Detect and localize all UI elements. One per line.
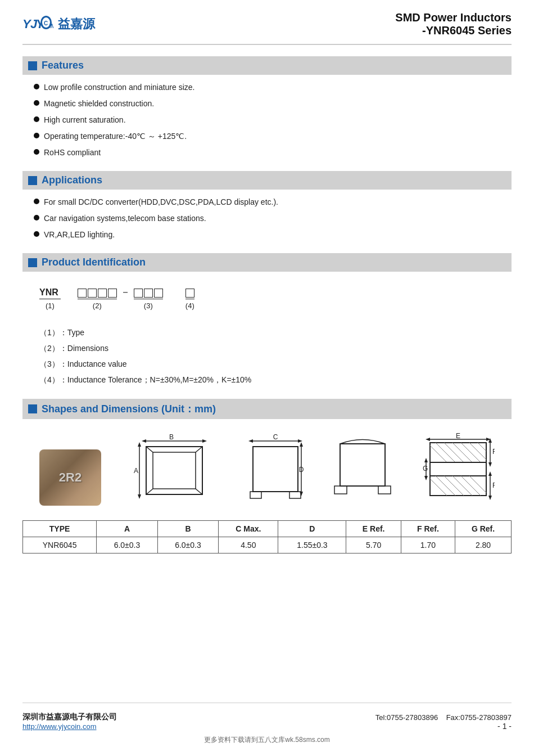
feature-item-5: RoHS compliant: [44, 147, 101, 159]
svg-rect-52: [430, 462, 486, 476]
svg-text:C: C: [273, 433, 278, 441]
feature-item-4: Operating temperature:-40℃ ～ +125℃.: [44, 130, 187, 142]
pid-num1: (1): [46, 302, 55, 310]
cell-d: 1.55±0.3: [278, 537, 346, 554]
feature-item-2: Magnetic shielded construction.: [44, 98, 154, 110]
svg-marker-66: [424, 458, 428, 462]
svg-text:G: G: [423, 465, 428, 472]
shapes-title: Shapes and Dimensions (Unit：mm): [42, 402, 216, 416]
pid-box: [98, 289, 107, 298]
list-item: RoHS compliant: [34, 147, 512, 159]
dimensions-table: TYPE A B C Max. D E Ref. F Ref. G Ref. Y…: [22, 520, 512, 554]
website-link[interactable]: http://www.yjycoin.com: [22, 722, 97, 731]
col-f: F Ref.: [401, 521, 455, 537]
bullet-icon: [34, 84, 39, 89]
list-item: For small DC/DC converter(HDD,DVC,DSC,PD…: [34, 196, 512, 208]
svg-marker-63: [488, 496, 492, 500]
cell-type: YNR6045: [23, 537, 97, 554]
cell-a: 6.0±0.3: [97, 537, 158, 554]
col-c: C Max.: [219, 521, 278, 537]
logo-area: Y J Y C IN 益嘉源: [22, 11, 95, 37]
svg-text:C: C: [44, 20, 48, 26]
pid-part-4: (4): [185, 289, 194, 310]
svg-line-59: [461, 476, 489, 504]
logo-icon: Y J Y C IN: [22, 11, 53, 37]
svg-text:B: B: [169, 433, 174, 441]
features-header: Features: [22, 56, 512, 75]
pid-box: [154, 289, 163, 298]
applications-list: For small DC/DC converter(HDD,DVC,DSC,PD…: [22, 194, 512, 248]
pid-note-3: （3）：Inductance value: [39, 356, 495, 372]
logo-cn-text: 益嘉源: [58, 16, 95, 33]
product-id-square-icon: [28, 258, 37, 267]
svg-rect-33: [334, 486, 347, 494]
app-item-3: VR,AR,LED lighting.: [44, 229, 115, 241]
pid-box: [185, 289, 194, 298]
bullet-icon: [34, 133, 39, 138]
pid-part-1: YNR (1): [39, 287, 61, 310]
svg-line-58: [452, 476, 481, 504]
title-line2: -YNR6045 Series: [395, 24, 512, 37]
svg-marker-67: [424, 476, 428, 480]
col-e: E Ref.: [346, 521, 401, 537]
svg-marker-29: [300, 442, 303, 447]
pid-boxes-4: [185, 289, 194, 299]
svg-rect-26: [250, 492, 261, 498]
header: Y J Y C IN 益嘉源 SMD Power Inductors -YNR6…: [22, 11, 512, 45]
cell-b: 6.0±0.3: [157, 537, 219, 554]
svg-line-13: [196, 447, 202, 452]
pid-part-2: (2): [78, 289, 117, 310]
list-item: High current saturation.: [34, 114, 512, 126]
svg-text:F: F: [492, 482, 495, 489]
col-d: D: [278, 521, 346, 537]
pid-box: [78, 289, 87, 298]
app-item-2: Car navigation systems,telecom base stat…: [44, 213, 206, 224]
svg-rect-11: [146, 447, 202, 494]
footer-tel: Tel:0755-27803896: [375, 713, 438, 722]
list-item: Car navigation systems,telecom base stat…: [34, 213, 512, 224]
footer-fax: Fax:0755-27803897: [446, 713, 512, 722]
pid-ynr-label: YNR: [39, 287, 61, 299]
svg-rect-32: [340, 444, 385, 486]
pid-num4: (4): [185, 302, 194, 310]
diagram-ab: B A: [129, 433, 219, 506]
pid-box: [108, 289, 117, 298]
cell-g: 2.80: [455, 537, 512, 554]
applications-title: Applications: [42, 174, 102, 186]
table-row: YNR6045 6.0±0.3 6.0±0.3 4.50 1.55±0.3 5.…: [23, 537, 512, 554]
bullet-icon: [34, 100, 39, 106]
svg-text:F: F: [492, 448, 495, 456]
col-a: A: [97, 521, 158, 537]
product-id-diagram: YNR (1) (2) － (3): [39, 285, 495, 310]
header-title: SMD Power Inductors -YNR6045 Series: [395, 11, 512, 37]
list-item: Operating temperature:-40℃ ～ +125℃.: [34, 130, 512, 142]
bullet-icon: [34, 116, 39, 122]
col-type: TYPE: [23, 521, 97, 537]
product-id-notes: （1）：Type （2）：Dimensions （3）：Inductance v…: [39, 325, 495, 388]
footer-bottom-text: 更多资料下载请到五八文库wk.58sms.com: [22, 735, 512, 745]
svg-marker-50: [488, 462, 492, 467]
product-id-header: Product Identification: [22, 253, 512, 272]
bottom-watermark: 更多资料下载请到五八文库wk.58sms.com: [204, 736, 329, 744]
svg-marker-9: [202, 439, 207, 443]
svg-line-55: [427, 476, 455, 504]
svg-marker-62: [488, 471, 492, 476]
svg-text:IN: IN: [49, 23, 53, 29]
page: Y J Y C IN 益嘉源 SMD Power Inductors -YNR6…: [0, 0, 534, 756]
cell-e: 5.70: [346, 537, 401, 554]
footer-right: Tel:0755-27803896 Fax:0755-27803897 - 1 …: [375, 713, 512, 731]
svg-rect-34: [378, 486, 391, 494]
app-item-1: For small DC/DC converter(HDD,DVC,DSC,PD…: [44, 196, 278, 208]
pid-dash: －: [120, 285, 130, 299]
list-item: Low profile construction and miniature s…: [34, 82, 512, 93]
pid-box: [134, 289, 143, 298]
component-photo: [39, 449, 101, 506]
svg-line-60: [469, 476, 495, 504]
features-list: Low profile construction and miniature s…: [22, 79, 512, 165]
pid-num2: (2): [93, 302, 102, 310]
svg-marker-22: [248, 439, 253, 443]
pid-note-2: （2）：Dimensions: [39, 340, 495, 356]
pid-part-3: (3): [134, 289, 163, 310]
page-number: - 1 -: [497, 722, 512, 731]
applications-header: Applications: [22, 171, 512, 190]
